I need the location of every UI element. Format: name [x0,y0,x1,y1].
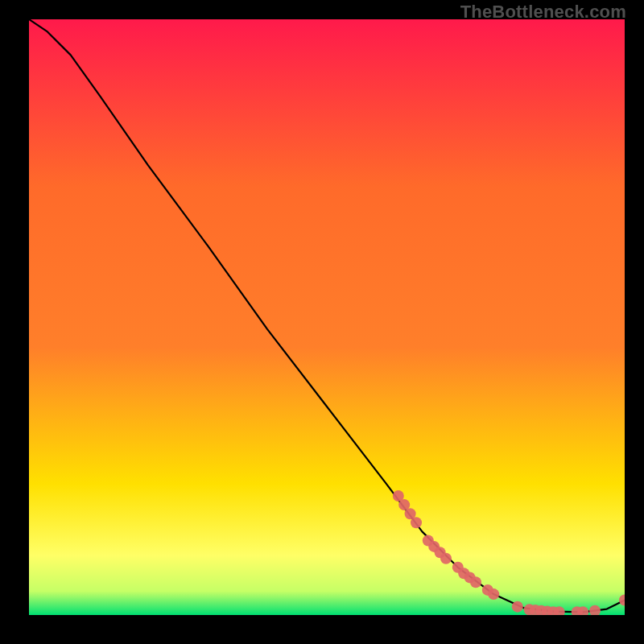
data-marker [411,517,422,528]
gradient-background [29,19,625,615]
data-marker [440,553,452,564]
chart-container: TheBottleneck.com [0,0,644,644]
data-marker [470,576,481,588]
data-marker [512,601,523,613]
data-marker [488,588,499,600]
plot-area [29,19,625,615]
plot-svg [29,19,625,615]
